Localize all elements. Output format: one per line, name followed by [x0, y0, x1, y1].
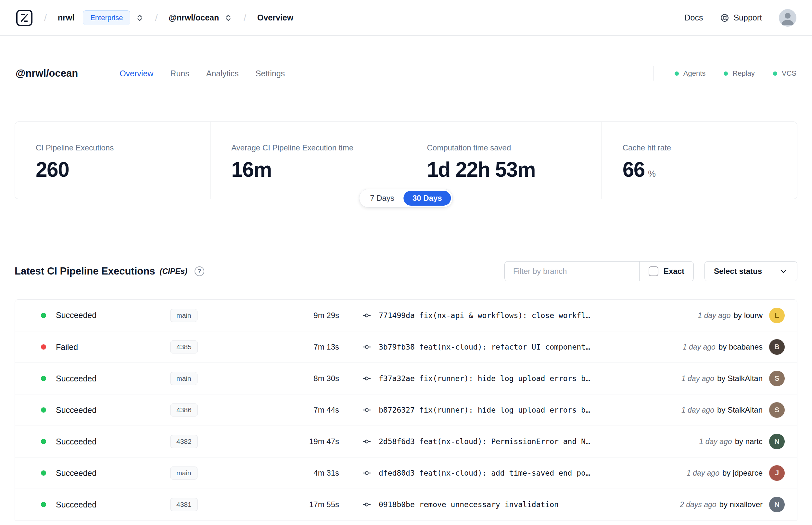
app-logo-icon[interactable]	[16, 9, 33, 27]
divider	[654, 66, 654, 80]
stat-card-time-saved: Computation time saved 1d 22h 53m	[406, 122, 601, 199]
status-item-agents[interactable]: Agents	[675, 69, 706, 78]
table-row[interactable]: Succeeded main 8m 30s f37a32ae fix(runne…	[15, 363, 797, 394]
time-ago: 1 day ago	[683, 343, 716, 351]
status-label: Succeeded	[56, 311, 170, 320]
toggle-30-days[interactable]: 30 Days	[403, 191, 451, 206]
status-dot-icon	[41, 439, 46, 444]
tab-settings[interactable]: Settings	[256, 69, 285, 78]
table-row[interactable]: Succeeded 4382 19m 47s 2d58f6d3 feat(nx-…	[15, 425, 797, 457]
commit-text[interactable]: 771499da fix(nx-api & workflows): close …	[379, 311, 690, 320]
tab-analytics[interactable]: Analytics	[206, 69, 239, 78]
table-row[interactable]: Succeeded main 4m 31s dfed80d3 feat(nx-c…	[15, 457, 797, 489]
docs-link[interactable]: Docs	[684, 13, 703, 22]
support-link[interactable]: Support	[720, 13, 762, 23]
branch-filter-input[interactable]	[504, 261, 639, 281]
avatar: N	[769, 497, 785, 512]
org-switcher-chevron-icon[interactable]	[135, 14, 144, 22]
author: by lourw	[734, 311, 763, 320]
help-icon[interactable]: ?	[195, 266, 204, 276]
row-meta: 2 days agoby nixallover	[680, 500, 763, 509]
stat-label: Computation time saved	[427, 143, 588, 152]
duration-label: 8m 30s	[300, 374, 339, 383]
breadcrumb-workspace[interactable]: @nrwl/ocean	[169, 13, 219, 22]
tab-runs[interactable]: Runs	[170, 69, 189, 78]
exact-checkbox[interactable]	[649, 266, 658, 276]
git-commit-icon	[362, 437, 371, 446]
table-row[interactable]: Failed 4385 7m 13s 3b79fb38 feat(nx-clou…	[15, 331, 797, 363]
author: by StalkAltan	[717, 374, 763, 383]
green-dot-icon	[773, 72, 777, 76]
status-select-dropdown[interactable]: Select status	[704, 261, 797, 281]
git-commit-icon	[362, 311, 371, 320]
stat-card-executions: CI Pipeline Executions 260	[15, 122, 210, 199]
feature-status-group: Agents Replay VCS	[654, 66, 796, 80]
user-avatar[interactable]	[779, 9, 796, 27]
author: by bcabanes	[718, 342, 763, 351]
time-ago: 1 day ago	[681, 406, 714, 414]
avatar: N	[769, 434, 785, 449]
duration-label: 17m 55s	[300, 500, 339, 509]
table-row[interactable]: Succeeded 4386 7m 44s b8726327 fix(runne…	[15, 394, 797, 425]
commit-text[interactable]: 2d58f6d3 feat(nx-cloud): PermissionError…	[379, 437, 691, 446]
commit-text[interactable]: f37a32ae fix(runner): hide log upload er…	[379, 374, 674, 383]
status-label: Succeeded	[56, 374, 170, 384]
avatar: S	[769, 371, 785, 386]
stat-value: 66%	[623, 158, 784, 182]
status-dot-icon	[41, 470, 46, 476]
plan-badge[interactable]: Enterprise	[83, 10, 130, 25]
branch-badge: 4386	[170, 404, 198, 417]
commit-text[interactable]: b8726327 fix(runner): hide log upload er…	[379, 406, 674, 414]
row-meta: 1 day agoby lourw	[698, 311, 763, 320]
status-dot-icon	[41, 376, 46, 381]
workspace-switcher-chevron-icon[interactable]	[224, 14, 232, 22]
status-dot-icon	[41, 407, 46, 412]
section-title-suffix: (CIPEs)	[159, 267, 187, 276]
date-range-toggle: 7 Days 30 Days	[359, 189, 453, 208]
duration-label: 9m 29s	[300, 311, 339, 320]
branch-filter-group: Exact	[504, 261, 694, 281]
branch-badge: 4382	[170, 435, 198, 448]
status-item-replay[interactable]: Replay	[724, 69, 754, 78]
commit-text[interactable]: 3b79fb38 feat(nx-cloud): refactor UI com…	[379, 343, 675, 351]
status-dot-icon	[41, 502, 46, 507]
breadcrumb-separator: /	[44, 13, 47, 23]
lifebuoy-icon	[720, 13, 730, 23]
top-navbar: / nrwl Enterprise / @nrwl/ocean / Overvi…	[0, 0, 812, 36]
time-ago: 1 day ago	[687, 469, 719, 477]
row-meta: 1 day agoby bcabanes	[683, 342, 763, 351]
status-label: Succeeded	[56, 500, 170, 509]
workspace-header: @nrwl/ocean Overview Runs Analytics Sett…	[0, 66, 812, 80]
section-title: Latest CI Pipeline Executions	[15, 266, 155, 277]
branch-badge: 4381	[170, 498, 198, 511]
table-row[interactable]: Succeeded 4381 17m 55s 0918b0be remove u…	[15, 489, 797, 520]
branch-badge: main	[170, 309, 198, 322]
exact-toggle-group: Exact	[639, 261, 694, 281]
git-commit-icon	[362, 342, 371, 352]
stat-value: 1d 22h 53m	[427, 158, 588, 182]
status-label: Succeeded	[56, 468, 170, 478]
toggle-7-days[interactable]: 7 Days	[361, 191, 403, 206]
exact-label[interactable]: Exact	[663, 267, 684, 276]
row-meta: 1 day agoby nartc	[699, 437, 763, 446]
breadcrumb-separator: /	[155, 13, 157, 23]
stat-label: CI Pipeline Executions	[36, 143, 197, 152]
status-item-vcs[interactable]: VCS	[773, 69, 796, 78]
git-commit-icon	[362, 500, 371, 509]
cipe-table: Succeeded main 9m 29s 771499da fix(nx-ap…	[15, 299, 797, 521]
stat-card-cache-hit: Cache hit rate 66%	[601, 122, 797, 199]
row-meta: 1 day agoby StalkAltan	[681, 405, 763, 415]
duration-label: 4m 31s	[300, 468, 339, 478]
tab-overview[interactable]: Overview	[120, 69, 153, 78]
breadcrumb-separator: /	[244, 13, 246, 23]
breadcrumb-org[interactable]: nrwl	[58, 13, 74, 22]
status-dot-icon	[41, 313, 46, 318]
time-ago: 1 day ago	[698, 311, 731, 320]
page-title: @nrwl/ocean	[16, 68, 78, 79]
commit-text[interactable]: dfed80d3 feat(nx-cloud): add time-saved …	[379, 469, 679, 477]
workspace-tabs: Overview Runs Analytics Settings	[120, 69, 285, 78]
commit-text[interactable]: 0918b0be remove unnecessary invalidation	[379, 500, 672, 509]
stats-cards: CI Pipeline Executions 260 Average CI Pi…	[15, 121, 797, 199]
table-row[interactable]: Succeeded main 9m 29s 771499da fix(nx-ap…	[15, 300, 797, 331]
git-commit-icon	[362, 374, 371, 384]
